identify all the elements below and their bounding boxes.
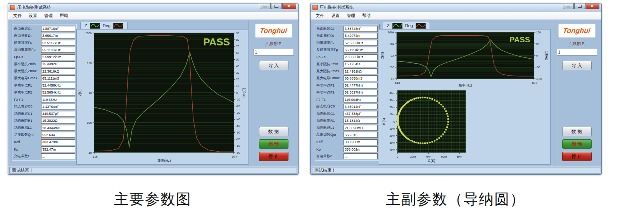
- import-button[interactable]: 导 入: [259, 61, 288, 70]
- param-value-input[interactable]: [41, 118, 75, 124]
- param-label: 介电常数ε: [14, 154, 41, 159]
- window-title: 压电陶瓷测试系统: [319, 5, 354, 10]
- tonghui-logo-text: Tonghui: [563, 27, 591, 35]
- svg-text:40m: 40m: [426, 155, 432, 158]
- param-value-input[interactable]: [344, 146, 378, 152]
- param-label: 动态电容C1: [316, 111, 344, 116]
- product-model-label: 产品型号: [568, 42, 585, 47]
- data-button[interactable]: 数 据: [259, 127, 288, 136]
- param-value-input[interactable]: [41, 40, 75, 46]
- param-value-input[interactable]: [41, 47, 75, 53]
- param-value-input[interactable]: [344, 68, 378, 74]
- param-row: Keff: [316, 139, 378, 145]
- param-value-input[interactable]: [344, 47, 378, 53]
- svg-text:0: 0: [394, 120, 395, 123]
- import-button[interactable]: 导 入: [562, 61, 592, 70]
- start-button[interactable]: 启 动: [562, 139, 592, 149]
- param-value-input[interactable]: [41, 104, 75, 109]
- menu-item[interactable]: 管理: [41, 12, 56, 19]
- param-value-input[interactable]: [41, 97, 75, 102]
- param-value-input[interactable]: [344, 118, 378, 124]
- param-value-input[interactable]: [344, 111, 378, 117]
- param-row: Kp: [316, 147, 378, 152]
- status-bar: 测试结束！: [311, 166, 601, 174]
- param-value-input[interactable]: [344, 132, 378, 138]
- maximize-icon: [275, 5, 278, 8]
- param-value-input[interactable]: [344, 83, 378, 88]
- product-model-input[interactable]: [557, 49, 597, 56]
- param-value-input[interactable]: [41, 111, 75, 117]
- param-value-input[interactable]: [344, 26, 378, 32]
- param-row: 半功率点F1: [316, 83, 378, 88]
- data-button[interactable]: 数 据: [562, 127, 592, 136]
- param-value-input[interactable]: [41, 83, 75, 88]
- maximize-button[interactable]: [574, 3, 585, 9]
- param-row: 介电常数ε: [316, 154, 378, 159]
- param-label: 自由电容Ct: [14, 26, 41, 31]
- svg-text:Deg(°): Deg(°): [544, 51, 548, 61]
- impedance-chart-area: 100k10k1k100109080706050403020100-10-20-…: [76, 29, 248, 165]
- param-value-input[interactable]: [344, 153, 378, 159]
- stop-button[interactable]: 停 止: [259, 152, 288, 161]
- app-window-main: 压电陶瓷测试系统 ✕ 文件设置管理帮助 自由电容Ct自由损耗Dt谐振频率Fs反谐…: [8, 3, 299, 175]
- close-button[interactable]: ✕: [585, 3, 599, 9]
- svg-text:-60: -60: [236, 131, 240, 134]
- menu-item[interactable]: 管理: [343, 12, 359, 19]
- svg-text:-40: -40: [236, 118, 240, 121]
- param-value-input[interactable]: [41, 132, 75, 138]
- param-value-input[interactable]: [41, 146, 75, 152]
- param-value-input[interactable]: [344, 90, 378, 95]
- param-value-input[interactable]: [41, 26, 75, 32]
- stop-button[interactable]: 停 止: [562, 152, 592, 161]
- param-value-input[interactable]: [344, 125, 378, 131]
- svg-text:57k: 57k: [532, 81, 538, 85]
- param-value-input[interactable]: [41, 153, 75, 159]
- menu-item[interactable]: 设置: [25, 12, 41, 19]
- param-value-input[interactable]: [41, 33, 75, 39]
- product-model-input[interactable]: [254, 49, 294, 56]
- param-value-input[interactable]: [41, 90, 75, 95]
- param-label: 最大电导Gmax: [316, 76, 344, 81]
- svg-text:-100: -100: [536, 78, 542, 80]
- param-value-input[interactable]: [344, 75, 378, 81]
- menu-item[interactable]: 设置: [328, 12, 343, 19]
- param-label: Kp: [14, 147, 41, 151]
- param-value-input[interactable]: [344, 104, 378, 109]
- start-button[interactable]: 启 动: [259, 139, 288, 149]
- pass-indicator: PASS: [203, 36, 230, 48]
- param-value-input[interactable]: [41, 68, 75, 74]
- tab-z-deg[interactable]: Z Deg: [80, 22, 128, 29]
- param-label: Keff: [14, 140, 41, 144]
- param-value-input[interactable]: [344, 54, 378, 60]
- param-value-input[interactable]: [41, 75, 75, 81]
- param-value-input[interactable]: [41, 61, 75, 67]
- title-bar[interactable]: 压电陶瓷测试系统 ✕: [311, 3, 601, 12]
- menu-item[interactable]: 文件: [10, 12, 25, 19]
- maximize-button[interactable]: [271, 3, 282, 9]
- client-area: 自由电容Ct自由损耗Dt谐振频率Fs反谐振频率FpFp-Fs最小阻抗Zmin最大…: [311, 20, 601, 166]
- param-value-input[interactable]: [41, 139, 75, 145]
- minimize-button[interactable]: [563, 3, 574, 9]
- svg-text:-50: -50: [536, 66, 540, 69]
- param-value-input[interactable]: [41, 54, 75, 60]
- svg-text:30m: 30m: [389, 99, 395, 102]
- param-row: 谐振频率Fs: [316, 40, 378, 46]
- param-row: 反谐振频率Fp: [316, 47, 378, 53]
- close-button[interactable]: ✕: [282, 3, 296, 9]
- title-bar[interactable]: 压电陶瓷测试系统 ✕: [8, 3, 298, 12]
- menu-item[interactable]: 文件: [312, 12, 328, 19]
- param-value-input[interactable]: [344, 61, 378, 67]
- param-row: 动态电感L1: [316, 125, 378, 131]
- menu-item[interactable]: 帮助: [359, 12, 374, 19]
- menu-item[interactable]: 帮助: [56, 12, 72, 19]
- param-value-input[interactable]: [344, 139, 378, 145]
- minimize-button[interactable]: [260, 3, 271, 9]
- param-value-input[interactable]: [344, 40, 378, 46]
- param-value-input[interactable]: [344, 33, 378, 39]
- svg-text:-20: -20: [236, 105, 240, 108]
- param-value-input[interactable]: [344, 97, 378, 102]
- svg-text:100: 100: [389, 66, 395, 69]
- tab-z-deg[interactable]: Z Deg: [383, 22, 430, 29]
- param-value-input[interactable]: [41, 125, 75, 131]
- param-row: 品质因数Qm: [316, 132, 378, 138]
